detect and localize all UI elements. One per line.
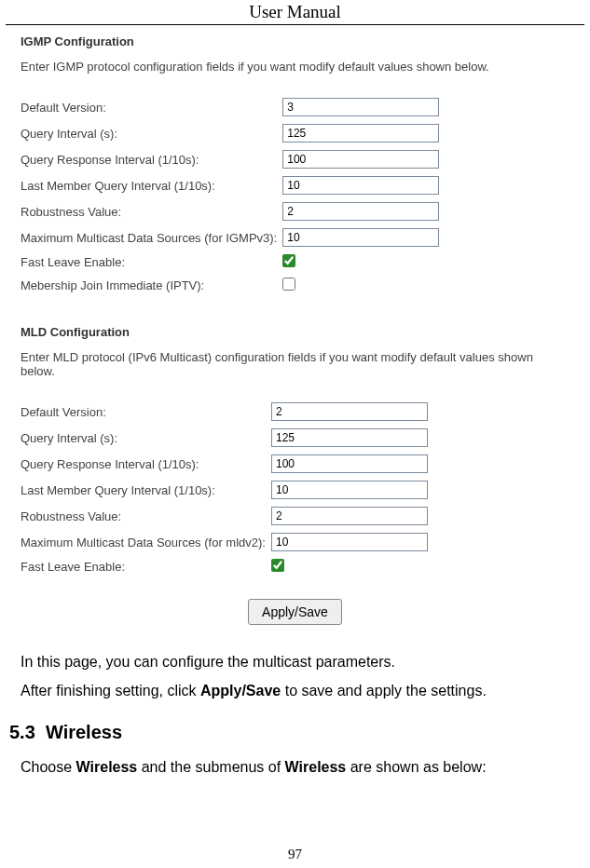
mld-query-response-label: Query Response Interval (1/10s):: [21, 451, 271, 477]
p2-part-b-bold: Apply/Save: [200, 683, 281, 698]
mld-max-sources-input[interactable]: [271, 533, 428, 551]
mld-last-member-input[interactable]: [271, 481, 428, 499]
p2-part-c: to save and apply the settings.: [281, 683, 487, 698]
igmp-fast-leave-checkbox[interactable]: [282, 254, 295, 267]
igmp-query-response-label: Query Response Interval (1/10s):: [21, 146, 282, 172]
mld-query-interval-label: Query Interval (s):: [21, 425, 271, 451]
igmp-max-sources-label: Maximum Multicast Data Sources (for IGMP…: [21, 224, 282, 251]
igmp-query-interval-label: Query Interval (s):: [21, 120, 282, 146]
igmp-last-member-label: Last Member Query Interval (1/10s):: [21, 172, 282, 198]
igmp-max-sources-input[interactable]: [282, 228, 439, 247]
wireless-e: are shown as below:: [346, 759, 486, 775]
p2-part-a: After finishing setting, click: [21, 683, 200, 698]
wireless-section-heading: 5.3 Wireless: [9, 722, 590, 743]
mld-default-version-input[interactable]: [271, 402, 428, 421]
igmp-robustness-label: Robustness Value:: [21, 198, 282, 224]
igmp-fields-table: Default Version: Query Interval (s): Que…: [21, 94, 441, 297]
mld-section-desc: Enter MLD protocol (IPv6 Multicast) conf…: [21, 350, 569, 378]
page-number: 97: [0, 847, 590, 862]
wireless-a: Choose: [21, 759, 76, 775]
mld-fast-leave-label: Fast Leave Enable:: [21, 555, 271, 578]
doc-paragraph-1: In this page, you can configure the mult…: [21, 651, 569, 672]
document-header-title: User Manual: [6, 0, 584, 25]
mld-robustness-input[interactable]: [271, 507, 428, 525]
mld-robustness-label: Robustness Value:: [21, 503, 271, 529]
igmp-last-member-input[interactable]: [282, 176, 439, 195]
igmp-query-response-input[interactable]: [282, 150, 439, 169]
igmp-section-desc: Enter IGMP protocol configuration fields…: [21, 60, 569, 74]
wireless-b-bold: Wireless: [76, 759, 138, 775]
doc-paragraph-2: After finishing setting, click Apply/Sav…: [21, 680, 569, 701]
mld-query-response-input[interactable]: [271, 454, 428, 473]
igmp-robustness-input[interactable]: [282, 202, 439, 221]
igmp-default-version-input[interactable]: [282, 98, 439, 116]
mld-section-title: MLD Configuration: [21, 325, 569, 339]
mld-max-sources-label: Maximum Multicast Data Sources (for mldv…: [21, 529, 271, 555]
igmp-fast-leave-label: Fast Leave Enable:: [21, 251, 282, 274]
wireless-heading-number: 5.3: [9, 722, 35, 742]
mld-last-member-label: Last Member Query Interval (1/10s):: [21, 477, 271, 503]
wireless-c: and the submenus of: [137, 759, 284, 775]
igmp-query-interval-input[interactable]: [282, 124, 439, 142]
wireless-heading-text: Wireless: [46, 722, 122, 742]
wireless-sentence: Choose Wireless and the submenus of Wire…: [21, 756, 569, 778]
mld-fast-leave-checkbox[interactable]: [271, 559, 284, 572]
igmp-default-version-label: Default Version:: [21, 94, 282, 120]
mld-fields-table: Default Version: Query Interval (s): Que…: [21, 399, 430, 578]
igmp-section-title: IGMP Configuration: [21, 34, 569, 48]
igmp-membership-join-checkbox[interactable]: [282, 278, 295, 291]
apply-save-button[interactable]: Apply/Save: [248, 599, 342, 625]
igmp-membership-join-label: Mebership Join Immediate (IPTV):: [21, 274, 282, 297]
mld-query-interval-input[interactable]: [271, 428, 428, 447]
mld-default-version-label: Default Version:: [21, 399, 271, 425]
wireless-d-bold: Wireless: [285, 759, 347, 775]
